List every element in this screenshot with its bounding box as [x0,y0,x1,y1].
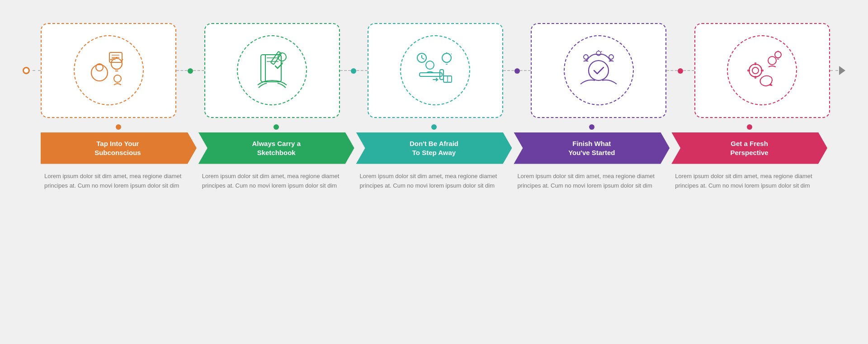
card-3 [368,23,503,118]
svg-point-0 [91,65,108,81]
svg-point-22 [426,61,434,69]
card-4 [531,23,666,118]
svg-point-2 [111,58,122,69]
desc-2-text: Lorem ipsum dolor sit dim amet, mea regi… [202,171,351,191]
svg-point-35 [609,55,613,59]
sketchbook-icon [250,48,295,93]
card-1 [41,23,176,118]
desc-5: Lorem ipsum dolor sit dim amet, mea regi… [671,171,827,191]
infographic: Tap Into Your Subconscious Always Carry … [14,9,854,335]
desc-1: Lorem ipsum dolor sit dim amet, mea regi… [41,171,197,191]
svg-rect-20 [420,73,442,76]
svg-point-26 [442,53,451,62]
svg-rect-41 [755,62,756,65]
desc-4-text: Lorem ipsum dolor sit dim amet, mea regi… [517,171,666,191]
svg-rect-44 [761,70,764,71]
desc-3-text: Lorem ipsum dolor sit dim amet, mea regi… [360,171,509,191]
svg-point-40 [752,67,759,74]
arrow-1-label: Tap Into Your Subconscious [93,139,145,157]
svg-point-33 [589,61,609,80]
svg-point-46 [775,52,781,58]
desc-5-text: Lorem ipsum dolor sit dim amet, mea regi… [675,171,824,191]
svg-point-39 [749,64,762,77]
desc-3: Lorem ipsum dolor sit dim amet, mea regi… [356,171,512,191]
arrow-2-label: Always Carry a Sketchbook [248,139,304,157]
arrow-2: Always Carry a Sketchbook [198,124,354,164]
timeline-end-arrow [839,66,845,75]
svg-point-34 [584,55,588,59]
svg-rect-42 [755,76,756,79]
descriptions-row: Lorem ipsum dolor sit dim amet, mea regi… [14,171,854,191]
svg-point-8 [114,75,121,82]
arrow-3-label: Don't Be Afraid To Step Away [406,139,462,157]
arrow-4-label: Finish What You've Started [565,139,618,157]
arrow-5-label: Get a Fresh Perspective [726,139,772,157]
perspective-icon [740,48,785,93]
svg-line-38 [601,51,602,52]
card-5 [694,23,830,118]
arrow-1: Tap Into Your Subconscious [41,124,197,164]
arrow-labels-row: Tap Into Your Subconscious Always Carry … [14,124,854,164]
svg-point-36 [596,51,601,56]
stepaway-icon [413,48,458,93]
subconscious-icon [86,48,131,93]
svg-line-30 [451,54,452,54]
arrow-4: Finish What You've Started [514,124,670,164]
timeline-start-dot [23,67,30,74]
finish-icon [576,48,621,93]
svg-line-25 [422,58,424,59]
svg-rect-43 [747,70,750,71]
arrow-3: Don't Be Afraid To Step Away [356,124,512,164]
desc-2: Lorem ipsum dolor sit dim amet, mea regi… [198,171,354,191]
card-2 [204,23,340,118]
svg-point-45 [768,57,776,65]
desc-1-text: Lorem ipsum dolor sit dim amet, mea regi… [44,171,193,191]
desc-4: Lorem ipsum dolor sit dim amet, mea regi… [514,171,670,191]
arrow-5: Get a Fresh Perspective [671,124,827,164]
